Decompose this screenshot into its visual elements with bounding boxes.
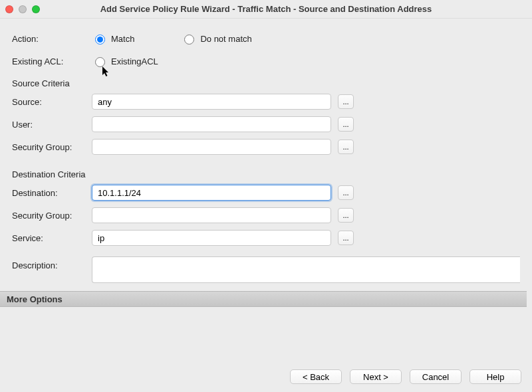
minimize-icon[interactable]	[19, 5, 27, 13]
service-browse-button[interactable]: ...	[338, 231, 354, 245]
content-area: Action: Match Do not match Existing ACL:…	[0, 19, 532, 307]
user-row: User: ...	[12, 116, 520, 132]
destination-browse-button[interactable]: ...	[338, 185, 354, 200]
destination-label: Destination:	[12, 188, 92, 198]
next-button[interactable]: Next >	[350, 369, 402, 384]
source-label: Source:	[12, 97, 92, 107]
source-row: Source: ...	[12, 94, 520, 110]
back-button[interactable]: < Back	[290, 369, 342, 384]
sec-group-src-input[interactable]	[92, 139, 331, 155]
description-row: Description:	[12, 256, 520, 283]
close-icon[interactable]	[5, 5, 13, 13]
sec-group-dst-row: Security Group: ...	[12, 207, 520, 223]
user-input[interactable]	[92, 116, 331, 132]
existing-acl-row: Existing ACL: ExistingACL	[12, 53, 520, 69]
radio-nomatch[interactable]: Do not match	[181, 33, 251, 45]
window-controls	[5, 5, 40, 13]
existing-acl-label: Existing ACL:	[12, 56, 92, 66]
source-input[interactable]	[92, 94, 331, 110]
sec-group-dst-input[interactable]	[92, 207, 331, 223]
sec-group-dst-label: Security Group:	[12, 211, 92, 221]
more-options-toggle[interactable]: More Options	[0, 291, 527, 307]
service-input[interactable]	[92, 230, 331, 246]
sec-group-src-label: Security Group:	[12, 142, 92, 152]
service-row: Service: ...	[12, 230, 520, 246]
sec-group-src-browse-button[interactable]: ...	[338, 140, 354, 154]
radio-existing-acl-label: ExistingACL	[111, 56, 158, 66]
user-browse-button[interactable]: ...	[338, 117, 354, 132]
titlebar: Add Service Policy Rule Wizard - Traffic…	[0, 0, 532, 19]
radio-nomatch-input[interactable]	[184, 35, 194, 45]
sec-group-dst-browse-button[interactable]: ...	[338, 208, 354, 223]
more-options-label: More Options	[7, 294, 63, 304]
radio-existing-acl-input[interactable]	[95, 57, 105, 67]
radio-nomatch-label: Do not match	[200, 34, 251, 44]
destination-row: Destination: ...	[12, 185, 520, 201]
action-radio-group: Match Do not match	[92, 33, 252, 45]
source-criteria-header: Source Criteria	[12, 78, 520, 88]
radio-match[interactable]: Match	[92, 33, 134, 45]
help-button[interactable]: Help	[469, 369, 521, 384]
destination-criteria-header: Destination Criteria	[12, 169, 520, 179]
description-input[interactable]	[92, 256, 520, 283]
action-label: Action:	[12, 34, 92, 44]
cancel-button[interactable]: Cancel	[410, 369, 462, 384]
window-title: Add Service Policy Rule Wizard - Traffic…	[0, 4, 532, 14]
source-browse-button[interactable]: ...	[338, 94, 354, 109]
zoom-icon[interactable]	[32, 5, 40, 13]
radio-match-input[interactable]	[95, 35, 105, 45]
radio-existing-acl[interactable]: ExistingACL	[92, 55, 158, 67]
action-row: Action: Match Do not match	[12, 31, 520, 47]
button-bar: < Back Next > Cancel Help	[290, 369, 521, 384]
sec-group-src-row: Security Group: ...	[12, 139, 520, 155]
service-label: Service:	[12, 233, 92, 243]
user-label: User:	[12, 120, 92, 130]
destination-input[interactable]	[92, 185, 331, 201]
radio-match-label: Match	[111, 34, 134, 44]
description-label: Description:	[12, 256, 92, 270]
